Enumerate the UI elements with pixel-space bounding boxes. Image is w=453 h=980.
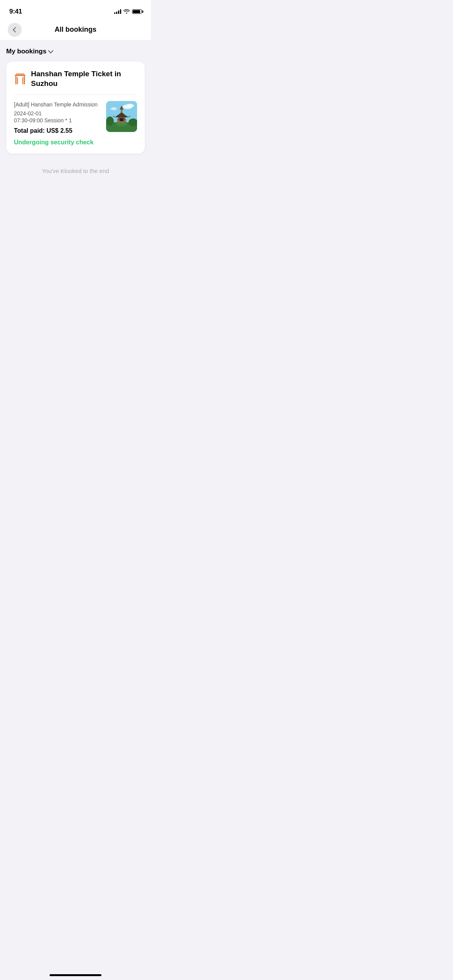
- wifi-icon: [124, 8, 130, 15]
- main-content: My bookings Hanshan Temple Ticket in Suz…: [0, 40, 151, 190]
- filter-label: My bookings: [6, 48, 46, 55]
- svg-rect-5: [22, 77, 23, 84]
- bookings-filter[interactable]: My bookings: [6, 48, 145, 55]
- svg-rect-0: [15, 75, 26, 76]
- status-icons: [114, 8, 142, 15]
- status-bar: 9:41: [0, 0, 151, 21]
- booking-card-header: Hanshan Temple Ticket in Suzhou: [14, 69, 137, 95]
- svg-point-8: [126, 104, 134, 108]
- booking-title: Hanshan Temple Ticket in Suzhou: [31, 69, 137, 88]
- booking-info: [Adult] Hanshan Temple Admission 2024-02…: [14, 101, 101, 146]
- svg-point-9: [111, 107, 117, 110]
- svg-point-11: [106, 117, 114, 126]
- nav-header: All bookings: [0, 21, 151, 40]
- booking-image: [106, 101, 137, 132]
- svg-rect-3: [24, 76, 25, 84]
- back-arrow-icon: [13, 27, 18, 32]
- svg-rect-1: [16, 74, 24, 74]
- booking-total: Total paid: US$ 2.55: [14, 127, 101, 134]
- booking-description: [Adult] Hanshan Temple Admission: [14, 101, 101, 109]
- page-title: All bookings: [55, 26, 96, 34]
- svg-rect-21: [120, 119, 123, 121]
- svg-rect-4: [17, 77, 18, 84]
- signal-icon: [114, 9, 121, 14]
- booking-date: 2024-02-01: [14, 110, 101, 117]
- svg-rect-2: [15, 76, 17, 84]
- back-button[interactable]: [8, 23, 22, 37]
- booking-status: Undergoing security check: [14, 139, 101, 146]
- booking-card[interactable]: Hanshan Temple Ticket in Suzhou [Adult] …: [6, 62, 145, 154]
- booking-session: 07:30-09:00 Session * 1: [14, 117, 101, 123]
- status-time: 9:41: [9, 8, 22, 15]
- booking-details: [Adult] Hanshan Temple Admission 2024-02…: [14, 101, 137, 146]
- end-message: You've Klooked to the end: [6, 160, 145, 182]
- chevron-down-icon: [48, 48, 53, 53]
- torii-gate-icon: [14, 74, 26, 84]
- battery-icon: [132, 9, 142, 14]
- pagoda-svg: [106, 101, 137, 132]
